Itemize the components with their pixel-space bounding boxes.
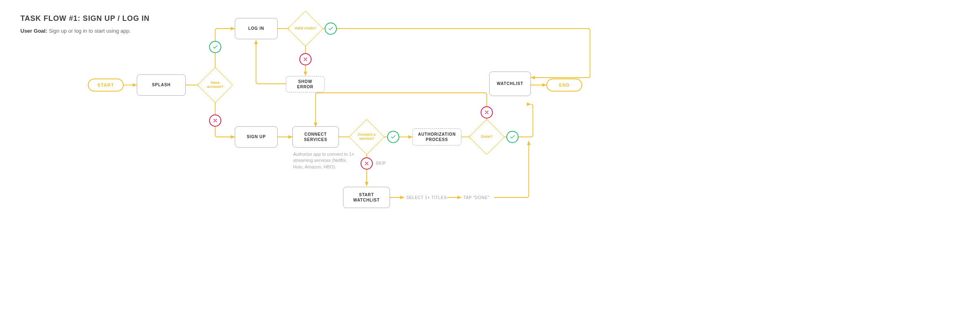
- node-watchlist: WATCHLIST: [489, 72, 531, 96]
- start-watchlist-label: START WATCHLIST: [347, 192, 386, 203]
- auth-label: AUTHORIZATION PROCESS: [416, 132, 458, 142]
- decision-have-account: Have account?: [203, 72, 228, 98]
- note-connect-services: Authorize app to connect to 1+ streaming…: [293, 151, 354, 170]
- node-signup: SIGN UP: [235, 126, 278, 148]
- splash-label: SPLASH: [152, 82, 170, 88]
- decision-connect-service: Connect a service?: [354, 124, 379, 150]
- node-start-watchlist: START WATCHLIST: [343, 187, 390, 208]
- login-label: LOG IN: [248, 26, 264, 31]
- node-show-error: SHOW ERROR: [286, 76, 325, 92]
- check-icon: [209, 41, 221, 53]
- label-tap-done: TAP "DONE": [463, 195, 489, 200]
- check-icon: [325, 22, 337, 35]
- node-splash: SPLASH: [137, 74, 186, 96]
- watchlist-label: WATCHLIST: [497, 81, 523, 87]
- cross-icon: [481, 106, 493, 119]
- diagram-header: TASK FLOW #1: SIGN UP / LOG IN User Goal…: [20, 14, 149, 34]
- decision-done: Done?: [474, 124, 499, 150]
- goal-label: User Goal:: [20, 28, 47, 34]
- diagram-title: TASK FLOW #1: SIGN UP / LOG IN: [20, 14, 149, 23]
- cross-icon: [209, 114, 221, 127]
- goal-text: Sign up or log in to start using app.: [49, 28, 131, 34]
- show-error-label: SHOW ERROR: [290, 79, 321, 90]
- decision-valid-creds: Valid creds?: [293, 16, 318, 41]
- start-label: START: [98, 83, 114, 87]
- end-label: END: [559, 83, 570, 87]
- have-account-label: Have account?: [203, 81, 227, 89]
- signup-label: SIGN UP: [247, 134, 266, 140]
- label-skip: SKIP: [376, 161, 386, 166]
- flow-connectors: [0, 0, 980, 327]
- terminator-start: START: [88, 78, 124, 92]
- node-login: LOG IN: [235, 18, 278, 39]
- label-select-titles: SELECT 1+ TITLES: [406, 195, 447, 200]
- check-icon: [387, 131, 399, 143]
- valid-creds-label: Valid creds?: [293, 27, 318, 31]
- check-icon: [506, 131, 519, 143]
- done-label: Done?: [474, 135, 499, 139]
- cross-icon: [299, 53, 312, 65]
- cross-icon: [361, 157, 373, 170]
- connect-service-label: Connect a service?: [354, 133, 379, 141]
- diagram-goal: User Goal: Sign up or log in to start us…: [20, 28, 149, 34]
- node-connect-services: CONNECT SERVICES: [292, 126, 339, 148]
- node-auth-process: AUTHORIZATION PROCESS: [412, 128, 461, 146]
- terminator-end: END: [546, 78, 582, 92]
- connect-label: CONNECT SERVICES: [296, 132, 335, 143]
